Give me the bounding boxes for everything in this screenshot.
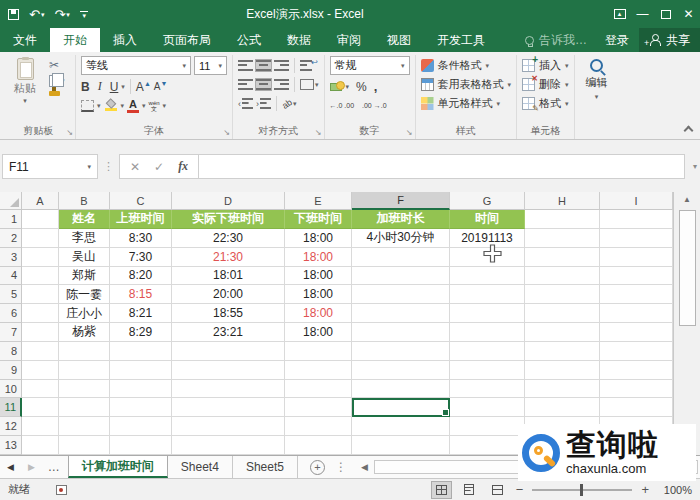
cell-F5[interactable] (352, 285, 450, 304)
cell-A4[interactable] (22, 267, 59, 286)
cell-C4[interactable]: 8:20 (110, 267, 172, 286)
undo-dropdown-icon[interactable]: ▾ (41, 11, 45, 18)
styles-item-0[interactable]: 条件格式▾ (421, 56, 512, 75)
format-painter-icon[interactable] (49, 91, 60, 96)
tab-开发工具[interactable]: 开发工具 (424, 28, 498, 52)
zoom-in-icon[interactable]: + (641, 482, 649, 497)
cell-A9[interactable] (22, 361, 59, 380)
cell-B3[interactable]: 吴山 (59, 248, 110, 267)
cell-I6[interactable] (600, 304, 673, 323)
formula-input[interactable] (199, 154, 685, 179)
row-header-11[interactable]: 11 (0, 398, 22, 417)
cell-I1[interactable] (600, 210, 673, 229)
cell-B12[interactable] (59, 417, 110, 436)
increase-decimal-icon[interactable]: ←.0 .00 (330, 102, 355, 109)
tab-bar-splitter[interactable]: ⋮ (325, 456, 357, 478)
wrap-text-icon[interactable]: ↩ (300, 60, 312, 71)
customize-qat-icon[interactable]: ▾ (80, 11, 88, 18)
cell-H7[interactable] (525, 323, 600, 342)
cell-G12[interactable] (450, 417, 525, 436)
cell-I4[interactable] (600, 267, 673, 286)
cell-I11[interactable] (600, 398, 673, 417)
orientation-icon[interactable]: ab▾ (282, 99, 297, 109)
tab-审阅[interactable]: 审阅 (324, 28, 374, 52)
cell-A11[interactable] (22, 398, 59, 417)
cell-C5[interactable]: 8:15 (110, 285, 172, 304)
font-color-icon[interactable]: A (127, 99, 139, 113)
tab-开始[interactable]: 开始 (50, 28, 100, 52)
close-button[interactable]: ✕ (677, 0, 700, 28)
insert-function-icon[interactable]: fx (178, 159, 188, 174)
font-name-select[interactable]: 等线▾ (81, 56, 191, 75)
cell-F9[interactable] (352, 361, 450, 380)
cell-G4[interactable] (450, 267, 525, 286)
cell-D6[interactable]: 18:55 (172, 304, 285, 323)
cell-A3[interactable] (22, 248, 59, 267)
phonetic-guide-icon[interactable]: wén文 (149, 100, 160, 112)
cells-item-2[interactable]: 格式▾ (522, 94, 569, 113)
increase-font-size-button[interactable]: A▲ (136, 80, 151, 94)
cell-B6[interactable]: 庄小小 (59, 304, 110, 323)
cell-F6[interactable] (352, 304, 450, 323)
cell-G9[interactable] (450, 361, 525, 380)
cell-G10[interactable] (450, 380, 525, 399)
cell-F2[interactable]: 4小时30分钟 (352, 229, 450, 248)
col-header-H[interactable]: H (525, 192, 600, 210)
cell-D12[interactable] (172, 417, 285, 436)
cell-I9[interactable] (600, 361, 673, 380)
normal-view-icon[interactable] (432, 482, 451, 498)
borders-icon[interactable] (81, 100, 94, 112)
cell-H11[interactable] (525, 398, 600, 417)
cell-F7[interactable] (352, 323, 450, 342)
minimize-button[interactable]: — (631, 0, 654, 28)
cell-D10[interactable] (172, 380, 285, 399)
font-dialog-launcher-icon[interactable]: ↘ (223, 128, 230, 137)
row-header-6[interactable]: 6 (0, 304, 22, 323)
cell-B10[interactable] (59, 380, 110, 399)
cell-B1[interactable]: 姓名 (59, 210, 110, 229)
row-header-5[interactable]: 5 (0, 285, 22, 304)
tab-数据[interactable]: 数据 (274, 28, 324, 52)
cell-E13[interactable] (285, 436, 352, 455)
col-header-G[interactable]: G (450, 192, 525, 210)
clipboard-dialog-launcher-icon[interactable]: ↘ (66, 128, 73, 137)
cell-C1[interactable]: 上班时间 (110, 210, 172, 229)
cell-E4[interactable]: 18:00 (285, 267, 352, 286)
collapse-ribbon-icon[interactable] (684, 126, 694, 136)
cell-F13[interactable] (352, 436, 450, 455)
cells-item-1[interactable]: 删除▾ (522, 75, 569, 94)
underline-button[interactable]: U (110, 80, 119, 94)
cell-D4[interactable]: 18:01 (172, 267, 285, 286)
sheet-nav-right-icon[interactable]: ▶ (21, 456, 42, 478)
row-header-12[interactable]: 12 (0, 417, 22, 436)
zoom-out-icon[interactable]: − (516, 482, 524, 497)
cell-D7[interactable]: 23:21 (172, 323, 285, 342)
cell-I5[interactable] (600, 285, 673, 304)
cell-B11[interactable] (59, 398, 110, 417)
decrease-indent-icon[interactable]: ‹ (238, 98, 253, 109)
cell-G7[interactable] (450, 323, 525, 342)
cell-F11[interactable] (352, 398, 450, 417)
cell-B4[interactable]: 郑斯 (59, 267, 110, 286)
cell-E1[interactable]: 下班时间 (285, 210, 352, 229)
cell-F3[interactable] (352, 248, 450, 267)
cell-G6[interactable] (450, 304, 525, 323)
cell-G1[interactable]: 时间 (450, 210, 525, 229)
undo-icon[interactable]: ↶▾ (29, 8, 44, 21)
cell-B8[interactable] (59, 342, 110, 361)
cell-A10[interactable] (22, 380, 59, 399)
cell-E7[interactable]: 18:00 (285, 323, 352, 342)
vertical-scrollbar[interactable]: ▲ ▼ (673, 192, 700, 455)
increase-indent-icon[interactable]: › (256, 98, 271, 109)
col-header-F[interactable]: F (352, 192, 450, 210)
bold-button[interactable]: B (81, 80, 90, 94)
save-icon[interactable] (8, 9, 19, 20)
cell-G8[interactable] (450, 342, 525, 361)
percent-style-icon[interactable]: % (356, 80, 367, 94)
cell-H1[interactable] (525, 210, 600, 229)
row-header-2[interactable]: 2 (0, 229, 22, 248)
merge-center-icon[interactable]: ▾ (300, 79, 319, 90)
cell-I8[interactable] (600, 342, 673, 361)
copy-icon[interactable] (49, 75, 59, 87)
cell-D11[interactable] (172, 398, 285, 417)
